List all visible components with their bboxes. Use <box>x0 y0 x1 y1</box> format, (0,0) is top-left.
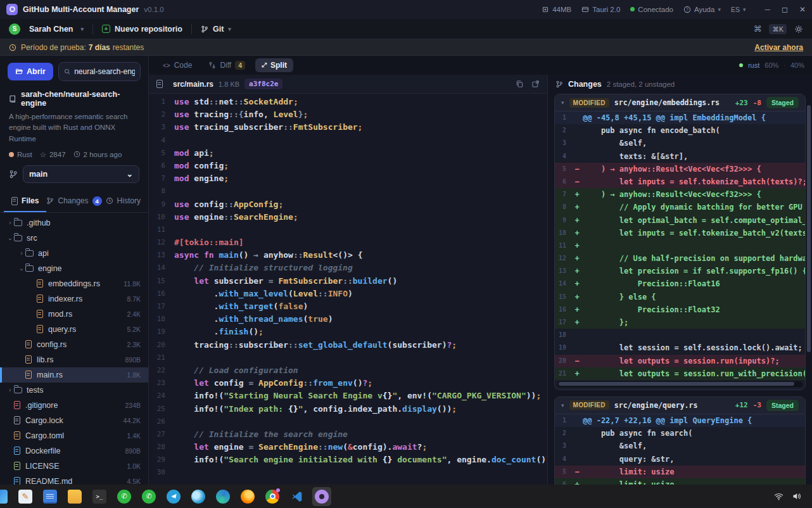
app-icon[interactable] <box>312 487 331 506</box>
open-repo-button[interactable]: Abrir <box>8 63 53 80</box>
view-tab-code[interactable]: <>Code <box>156 58 198 72</box>
diff-card-header[interactable]: ▾MODIFIEDsrc/engine/embeddings.rs+23-8St… <box>555 94 805 111</box>
tree-file-query.rs[interactable]: query.rs5.2K <box>0 322 148 337</box>
tree-folder-api[interactable]: ›api <box>0 246 148 261</box>
tree-folder-.github[interactable]: ›.github <box>0 215 148 231</box>
view-tab-split[interactable]: ⤢Split <box>255 58 293 72</box>
windows-taskbar: ✎>_✆✆ <box>0 485 812 508</box>
telegram-icon[interactable] <box>164 487 183 506</box>
tree-file-Cargo.toml[interactable]: Cargo.toml1.4K <box>0 428 148 443</box>
line-number: 30 <box>149 466 174 479</box>
notes-icon[interactable] <box>41 487 60 506</box>
tab-changes[interactable]: Changes4 <box>46 191 101 212</box>
git-menu[interactable]: Git ▾ <box>201 25 231 34</box>
notepad-edit-icon[interactable]: ✎ <box>16 487 35 506</box>
waterfox-icon[interactable] <box>189 487 208 506</box>
file-size: 2.3K <box>127 341 141 348</box>
commit-hash-badge: a3f8c2e <box>244 79 282 89</box>
file-header: src/main.rs 1.8 KB a3f8c2e <box>149 75 547 94</box>
firefox-icon[interactable] <box>238 487 257 506</box>
edge-clipped-icon[interactable] <box>0 487 10 506</box>
search-input[interactable] <box>74 67 135 76</box>
line-number: 14 <box>149 262 174 274</box>
file-icon <box>14 477 20 485</box>
diff-marker: − <box>571 466 583 478</box>
tree-file-main.rs[interactable]: main.rs1.8K <box>0 367 148 383</box>
maximize-button[interactable]: ◻ <box>782 5 788 14</box>
line-number: 20 <box>149 339 174 352</box>
branch-selector[interactable]: main ⌄ <box>23 165 139 183</box>
diff-marker: + <box>571 478 583 485</box>
chevron-right-icon: › <box>6 386 14 393</box>
gear-icon[interactable] <box>794 25 803 34</box>
diff-line: 4 texts: &[&str], <box>555 150 805 163</box>
tree-item-label: api <box>38 249 49 258</box>
open-external-icon[interactable] <box>531 80 540 88</box>
changes-title: Changes <box>568 80 602 89</box>
repo-search[interactable] <box>58 62 141 81</box>
diff-card-src/engine/query.rs: ▾MODIFIEDsrc/engine/query.rs+12-3Staged1… <box>554 397 806 485</box>
diff-card-header[interactable]: ▾MODIFIEDsrc/engine/query.rs+12-3Staged <box>555 397 805 414</box>
diff-line-number: 1 <box>555 111 571 124</box>
repo-language: Rust <box>9 151 32 158</box>
new-repo-button[interactable]: + Nuevo repositorio <box>102 25 182 34</box>
diff-marker: + <box>571 265 583 277</box>
diff-marker <box>571 453 583 466</box>
tree-item-label: main.rs <box>37 371 63 379</box>
code-view[interactable]: 1use std::net::SocketAddr;2use tracing::… <box>149 94 547 485</box>
language-selector[interactable]: ES▾ <box>731 6 746 13</box>
tree-folder-src[interactable]: ⌄src <box>0 231 148 246</box>
vscode-icon[interactable] <box>288 487 307 506</box>
code-line: 5mod api; <box>149 147 547 160</box>
tree-file-README.md[interactable]: README.md4.5K <box>0 474 148 485</box>
diff-marker <box>571 124 583 137</box>
view-toolbar: <>CodeDiff4⤢Split rust 60% · 40% <box>149 56 812 75</box>
copy-icon[interactable] <box>516 80 524 88</box>
files-icon <box>11 197 18 205</box>
volume-icon[interactable] <box>792 492 802 500</box>
tree-file-indexer.rs[interactable]: indexer.rs8.7K <box>0 291 148 307</box>
tab-files[interactable]: Files <box>4 191 46 212</box>
view-tab-diff[interactable]: Diff4 <box>202 58 251 72</box>
diff-marker: + <box>571 227 583 239</box>
close-button[interactable]: ✕ <box>799 5 806 14</box>
vertical-scrollbar[interactable] <box>807 105 811 352</box>
repo-name-row[interactable]: sarah-chen/neural-search-engine <box>9 90 139 108</box>
chrome-icon[interactable] <box>263 487 282 506</box>
diff-marker: + <box>571 201 583 213</box>
tree-file-config.rs[interactable]: config.rs2.3K <box>0 337 148 352</box>
chevron-down-icon: ⌄ <box>127 169 133 179</box>
whatsapp-alt-icon[interactable]: ✆ <box>139 487 158 506</box>
tree-folder-engine[interactable]: ⌄engine <box>0 261 148 276</box>
tree-file-Dockerfile[interactable]: Dockerfile890B <box>0 443 148 459</box>
wifi-icon[interactable] <box>774 493 783 500</box>
edge-icon[interactable] <box>213 487 232 506</box>
diff-line-number: 17 <box>555 316 571 329</box>
changes-count-badge: 4 <box>92 196 102 206</box>
diff-line-number: 16 <box>555 303 571 316</box>
tree-file-LICENSE[interactable]: LICENSE1.0K <box>0 459 148 474</box>
tab-history[interactable]: History <box>102 191 144 212</box>
account-switcher[interactable]: S Sarah Chen ▾ <box>9 23 84 35</box>
activate-now-link[interactable]: Activar ahora <box>754 43 803 52</box>
repo-book-icon <box>9 95 16 103</box>
terminal-icon[interactable]: >_ <box>90 487 109 506</box>
diff-line: 21+ let outputs = session.run_with_preci… <box>555 367 805 380</box>
file-explorer-icon[interactable] <box>65 487 84 506</box>
tree-file-.gitignore[interactable]: .gitignore234B <box>0 398 148 413</box>
tree-file-embeddings.rs[interactable]: embeddings.rs11.8K <box>0 276 148 291</box>
horizontal-scrollbar[interactable] <box>557 381 802 387</box>
help-menu[interactable]: ? Ayuda▾ <box>683 6 721 13</box>
file-icon <box>37 325 43 333</box>
whatsapp-icon[interactable]: ✆ <box>115 487 134 506</box>
tree-file-Cargo.lock[interactable]: Cargo.lock44.2K <box>0 413 148 428</box>
minimize-button[interactable]: ─ <box>764 5 770 14</box>
chevron-down-icon: ▾ <box>561 402 564 409</box>
app-title: GitHub Multi-Account Manager <box>23 5 139 14</box>
tree-folder-tests[interactable]: ›tests <box>0 383 148 398</box>
command-palette-shortcut[interactable]: ⌘K <box>769 24 787 34</box>
file-size: 11.8K <box>124 280 141 288</box>
command-icon[interactable]: ⌘ <box>753 24 761 34</box>
tree-file-lib.rs[interactable]: lib.rs890B <box>0 352 148 367</box>
tree-file-mod.rs[interactable]: mod.rs2.4K <box>0 307 148 322</box>
